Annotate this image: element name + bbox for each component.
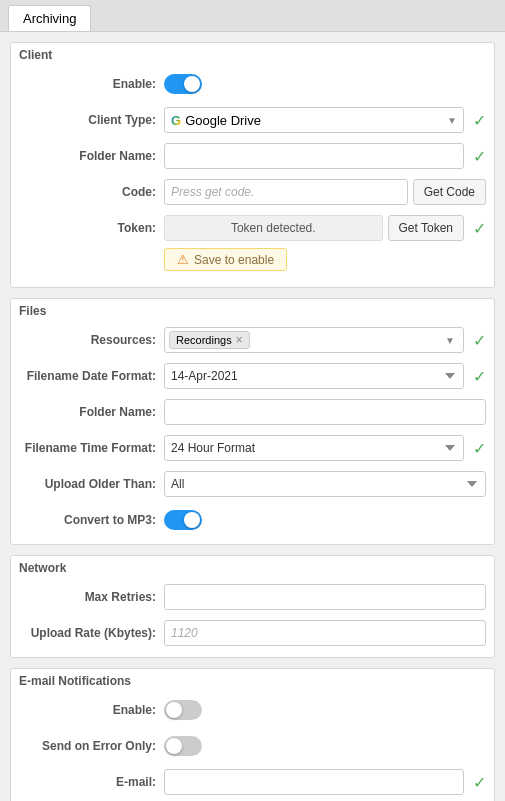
get-code-button[interactable]: Get Code [413,179,486,205]
files-resources-check: ✓ [473,331,486,350]
files-time-check: ✓ [473,439,486,458]
email-enable-row: Enable: [19,696,486,724]
email-address-row: E-mail: ✓ [19,768,486,796]
client-token-row: Token: Token detected. Get Token ✓ [19,214,486,242]
email-error-control [164,736,486,756]
client-code-row: Code: Get Code [19,178,486,206]
client-code-control: Get Code [164,179,486,205]
client-token-control: Token detected. Get Token ✓ [164,215,486,241]
email-error-label: Send on Error Only: [19,739,164,753]
files-date-control: 14-Apr-2021 ✓ [164,363,486,389]
network-retries-input[interactable]: 10 [164,584,486,610]
client-code-input[interactable] [164,179,408,205]
email-enable-toggle[interactable] [164,700,202,720]
recordings-chip: Recordings × [169,331,250,349]
files-date-row: Filename Date Format: 14-Apr-2021 ✓ [19,362,486,390]
gdrive-label: Google Drive [185,113,261,128]
section-client-body: Enable: Client Type: G Google Drive ▼ [11,64,494,287]
save-to-enable-row: ⚠ Save to enable [164,248,486,271]
files-upload-older-select[interactable]: All [164,471,486,497]
section-files-body: Resources: Recordings × ▼ ✓ Filename Dat… [11,320,494,544]
files-mp3-label: Convert to MP3: [19,513,164,527]
files-date-select-wrapper: 14-Apr-2021 [164,363,464,389]
client-enable-slider [164,74,202,94]
section-client: Client Enable: Client Type: G Go [10,42,495,288]
get-token-button[interactable]: Get Token [388,215,464,241]
email-address-control: ✓ [164,769,486,795]
email-address-check: ✓ [473,773,486,792]
client-folder-row: Folder Name: AS_157 ✓ [19,142,486,170]
section-files-title: Files [11,299,494,320]
files-time-select[interactable]: 24 Hour Format [164,435,464,461]
files-upload-older-row: Upload Older Than: All [19,470,486,498]
network-rate-control [164,620,486,646]
files-folder-control: CC157 [164,399,486,425]
client-folder-check: ✓ [473,147,486,166]
resources-select[interactable]: Recordings × ▼ [164,327,464,353]
files-folder-row: Folder Name: CC157 [19,398,486,426]
files-mp3-row: Convert to MP3: [19,506,486,534]
files-upload-older-control: All [164,471,486,497]
google-logo: G [171,113,181,128]
network-retries-row: Max Retries: 10 [19,583,486,611]
client-folder-control: AS_157 ✓ [164,143,486,169]
client-token-check: ✓ [473,219,486,238]
network-rate-input[interactable] [164,620,486,646]
files-folder-input[interactable]: CC157 [164,399,486,425]
network-rate-row: Upload Rate (Kbytes): [19,619,486,647]
client-enable-row: Enable: [19,70,486,98]
email-error-toggle[interactable] [164,736,202,756]
files-mp3-control [164,510,486,530]
files-resources-label: Resources: [19,333,164,347]
files-date-select[interactable]: 14-Apr-2021 [164,363,464,389]
section-client-title: Client [11,43,494,64]
network-retries-control: 10 [164,584,486,610]
section-network-title: Network [11,556,494,577]
files-time-control: 24 Hour Format ✓ [164,435,486,461]
client-type-select[interactable]: G Google Drive ▼ [164,107,464,133]
email-error-slider [164,736,202,756]
save-to-enable-box: ⚠ Save to enable [164,248,287,271]
client-type-label: Client Type: [19,113,164,127]
section-email: E-mail Notifications Enable: Send on Err… [10,668,495,801]
chip-label: Recordings [176,334,232,346]
files-folder-label: Folder Name: [19,405,164,419]
files-date-label: Filename Date Format: [19,369,164,383]
client-type-control: G Google Drive ▼ ✓ [164,107,486,133]
network-rate-label: Upload Rate (Kbytes): [19,626,164,640]
email-enable-control [164,700,486,720]
tab-bar: Archiving [0,0,505,32]
save-to-enable-text: Save to enable [194,253,274,267]
client-folder-label: Folder Name: [19,149,164,163]
client-enable-control [164,74,486,94]
section-network: Network Max Retries: 10 Upload Rate (Kby… [10,555,495,658]
email-enable-slider [164,700,202,720]
client-code-label: Code: [19,185,164,199]
chip-remove[interactable]: × [236,333,243,347]
section-email-title: E-mail Notifications [11,669,494,690]
files-resources-row: Resources: Recordings × ▼ ✓ [19,326,486,354]
resources-arrow: ▼ [445,335,459,346]
client-folder-input[interactable]: AS_157 [164,143,464,169]
client-type-row: Client Type: G Google Drive ▼ ✓ [19,106,486,134]
email-address-input[interactable] [164,769,464,795]
email-address-label: E-mail: [19,775,164,789]
email-enable-label: Enable: [19,703,164,717]
section-files: Files Resources: Recordings × ▼ ✓ [10,298,495,545]
files-mp3-toggle[interactable] [164,510,202,530]
tab-archiving[interactable]: Archiving [8,5,91,31]
client-type-check: ✓ [473,111,486,130]
client-enable-toggle[interactable] [164,74,202,94]
section-network-body: Max Retries: 10 Upload Rate (Kbytes): [11,577,494,657]
main-content: Client Enable: Client Type: G Go [0,32,505,801]
files-date-check: ✓ [473,367,486,386]
files-time-label: Filename Time Format: [19,441,164,455]
files-time-select-wrapper: 24 Hour Format [164,435,464,461]
email-error-row: Send on Error Only: [19,732,486,760]
warning-icon: ⚠ [177,252,189,267]
files-upload-older-label: Upload Older Than: [19,477,164,491]
files-resources-control: Recordings × ▼ ✓ [164,327,486,353]
client-token-label: Token: [19,221,164,235]
files-upload-older-select-wrapper: All [164,471,486,497]
gdrive-arrow: ▼ [447,115,457,126]
